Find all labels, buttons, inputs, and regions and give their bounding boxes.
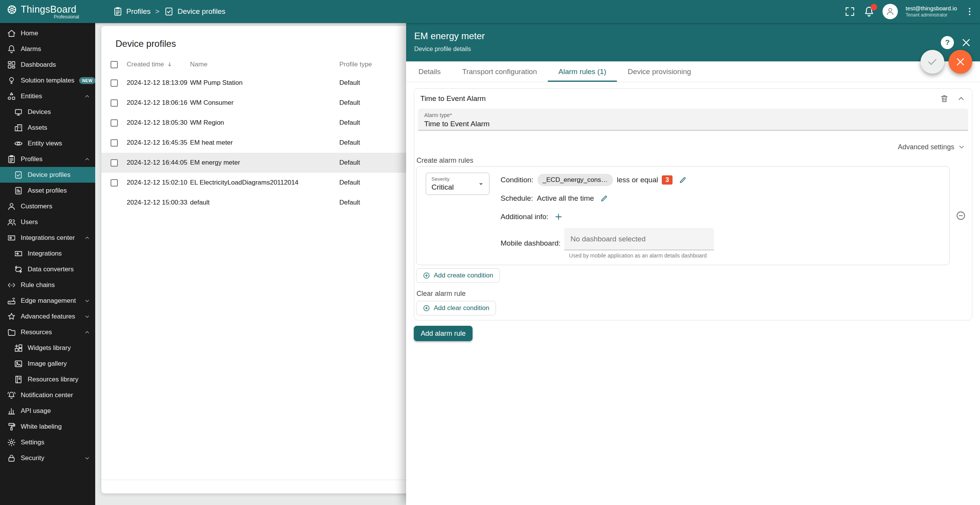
breadcrumb-profiles[interactable]: Profiles [113, 7, 150, 17]
person-icon [885, 7, 895, 17]
collapse-alarm-rule-icon[interactable] [957, 94, 966, 103]
close-panel-button[interactable] [960, 37, 972, 48]
notifications-button[interactable] [863, 6, 875, 17]
sidebar-item-users[interactable]: Users [0, 214, 95, 230]
chevron-down-icon [84, 297, 91, 304]
sidebar-item-label: Asset profiles [28, 187, 67, 195]
sidebar-item-settings[interactable]: Settings [0, 434, 95, 450]
alarm-type-value: Time to Event Alarm [424, 120, 962, 128]
dashboards-icon [7, 60, 16, 69]
panel-header: EM energy meter Device profile details ? [406, 23, 980, 61]
condition-value-badge: 3 [662, 175, 672, 185]
row-checkbox[interactable] [111, 159, 118, 167]
sidebar-item-label: Devices [28, 108, 51, 116]
severity-select[interactable]: Severity Critical [426, 173, 489, 195]
chevron-down-icon [84, 313, 91, 320]
fullscreen-button[interactable] [844, 6, 856, 17]
row-checkbox[interactable] [111, 79, 118, 87]
remove-alarm-rule-icon[interactable] [955, 210, 966, 221]
row-checkbox[interactable] [111, 139, 118, 147]
cell-name: WM Region [190, 119, 339, 127]
sidebar-item-widgets-library[interactable]: Widgets library [0, 340, 95, 356]
cell-created-time: 2024-12-12 16:45:35 [127, 139, 190, 147]
sidebar-item-white-labeling[interactable]: White labeling [0, 419, 95, 434]
chevron-down-icon [477, 180, 485, 188]
sidebar-item-rule-chains[interactable]: Rule chains [0, 277, 95, 293]
severity-label: Severity [431, 176, 454, 182]
more-menu-button[interactable] [965, 7, 975, 17]
add-additional-info-icon[interactable] [554, 212, 563, 221]
user-menu[interactable]: test@thingsboard.io Tenant administrator [906, 5, 957, 18]
check-icon [927, 56, 938, 68]
sidebar-item-label: Resources [21, 328, 52, 336]
add-clear-condition-button[interactable]: Add clear condition [416, 301, 496, 315]
column-header-created-time[interactable]: Created time [127, 61, 190, 68]
select-all-checkbox[interactable] [111, 61, 118, 68]
condition-key-chip[interactable]: _ECD_energy_cons… [537, 174, 613, 186]
edit-schedule-icon[interactable] [600, 194, 608, 203]
row-checkbox[interactable] [111, 119, 118, 127]
mobile-dashboard-hint: Used by mobile application as an alarm d… [569, 252, 714, 259]
sidebar-item-label: Advanced features [21, 313, 75, 320]
thingsboard-logo[interactable]: ThingsBoard Professional [0, 4, 95, 20]
sidebar-item-data-converters[interactable]: Data converters [0, 261, 95, 277]
discard-changes-fab[interactable] [949, 50, 972, 74]
row-checkbox[interactable] [111, 99, 118, 107]
sidebar-item-devices[interactable]: Devices [0, 104, 95, 120]
sidebar-item-device-profiles[interactable]: Device profiles [0, 167, 95, 183]
tab-alarm-rules[interactable]: Alarm rules (1) [548, 61, 617, 82]
sidebar-item-entity-views[interactable]: Entity views [0, 135, 95, 151]
clear-alarm-rule-label: Clear alarm rule [416, 290, 972, 298]
sidebar-item-entities[interactable]: Entities [0, 88, 95, 104]
cell-created-time: 2024-12-12 15:00:33 [127, 199, 190, 206]
sidebar-item-label: Resources library [28, 376, 78, 383]
sidebar-item-resources[interactable]: Resources [0, 324, 95, 340]
sidebar-item-label: Data converters [28, 266, 74, 273]
sidebar-item-edge-management[interactable]: Edge management [0, 293, 95, 309]
sidebar-item-notification-center[interactable]: Notification center [0, 387, 95, 403]
avatar[interactable] [882, 4, 898, 19]
sidebar-item-label: Home [21, 30, 38, 37]
delete-alarm-rule-icon[interactable] [940, 94, 949, 103]
notification-badge [871, 4, 877, 10]
lock-icon [7, 454, 16, 463]
sidebar-item-resources-library[interactable]: Resources library [0, 371, 95, 387]
sidebar-item-image-gallery[interactable]: Image gallery [0, 356, 95, 371]
sidebar-item-asset-profiles[interactable]: Asset profiles [0, 183, 95, 198]
add-alarm-rule-button[interactable]: Add alarm rule [414, 326, 473, 341]
advanced-settings-toggle[interactable]: Advanced settings [414, 143, 972, 151]
sidebar-item-security[interactable]: Security [0, 450, 95, 466]
sidebar-item-home[interactable]: Home [0, 25, 95, 41]
condition-operation: less or equal [617, 176, 658, 184]
sidebar-item-profiles[interactable]: Profiles [0, 151, 95, 167]
tab-device-provisioning[interactable]: Device provisioning [617, 61, 702, 82]
sidebar-item-label: Integrations [28, 250, 62, 257]
alarm-type-field[interactable]: Alarm type* Time to Event Alarm [418, 109, 968, 130]
chevron-down-icon [957, 143, 966, 151]
sidebar-item-dashboards[interactable]: Dashboards [0, 57, 95, 73]
row-checkbox[interactable] [111, 179, 118, 186]
sidebar-item-integrations-center[interactable]: Integrations center [0, 230, 95, 246]
add-create-condition-button[interactable]: Add create condition [416, 268, 500, 283]
breadcrumb-label: Profiles [126, 7, 150, 16]
breadcrumb-device-profiles[interactable]: Device profiles [164, 7, 225, 17]
column-header-name[interactable]: Name [190, 61, 339, 68]
tab-details[interactable]: Details [408, 61, 451, 82]
additional-info-row: Additional info: [501, 210, 943, 224]
sidebar-item-customers[interactable]: Customers [0, 198, 95, 214]
sidebar-item-advanced-features[interactable]: Advanced features [0, 309, 95, 324]
sidebar-item-integrations[interactable]: Integrations [0, 246, 95, 261]
sidebar-item-api-usage[interactable]: API usage [0, 403, 95, 419]
tab-transport-configuration[interactable]: Transport configuration [451, 61, 548, 82]
sidebar-item-label: API usage [21, 407, 51, 415]
mobile-dashboard-input[interactable] [564, 228, 714, 250]
entities-icon [7, 92, 16, 101]
sidebar-item-solution-templates[interactable]: Solution templates NEW [0, 73, 95, 88]
plus-circle-icon [423, 304, 430, 312]
apply-changes-fab[interactable] [921, 50, 944, 74]
sidebar-item-alarms[interactable]: Alarms [0, 41, 95, 57]
edit-condition-icon[interactable] [679, 176, 687, 184]
sidebar-item-label: Edge management [21, 297, 76, 305]
sidebar-item-assets[interactable]: Assets [0, 120, 95, 135]
help-button[interactable]: ? [941, 36, 954, 49]
